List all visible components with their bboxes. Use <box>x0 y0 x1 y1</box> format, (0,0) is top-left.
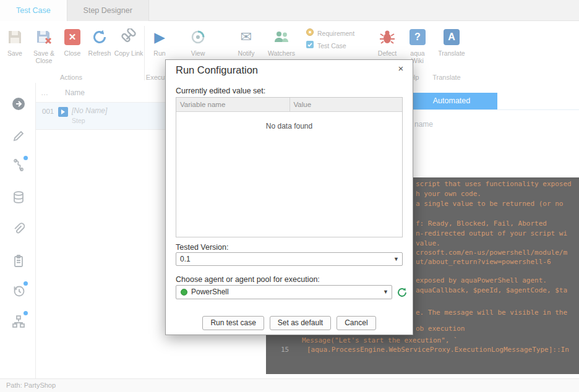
tested-version-value: 0.1 <box>180 253 191 265</box>
agent-select[interactable]: PowerShell ▼ <box>176 285 392 299</box>
tested-version-select[interactable]: 0.1 ▼ <box>176 252 403 266</box>
app-window: Test Case Step Designer Save Save & Clos… <box>0 0 579 392</box>
value-set-table-header: Variable name Value <box>176 98 402 112</box>
column-variable-name[interactable]: Variable name <box>176 98 290 111</box>
dialog-close-icon[interactable]: × <box>395 63 406 74</box>
value-set-table: Variable name Value No data found <box>176 97 403 237</box>
refresh-agents-button[interactable] <box>397 287 408 298</box>
no-data-message: No data found <box>176 112 402 130</box>
run-configuration-dialog: Run Configuration × Currently edited val… <box>165 59 413 335</box>
agent-status-dot <box>181 289 187 296</box>
dialog-title: Run Configuration <box>176 64 258 76</box>
dialog-buttons: Run test case Set as default Cancel <box>166 316 413 330</box>
chevron-down-icon: ▼ <box>383 286 388 299</box>
tested-version-label: Tested Version: <box>176 243 228 252</box>
agent-label: Choose agent or agent pool for execution… <box>176 275 320 284</box>
column-value[interactable]: Value <box>290 98 403 111</box>
run-test-case-button[interactable]: Run test case <box>202 316 264 330</box>
cancel-button[interactable]: Cancel <box>337 316 375 330</box>
chevron-down-icon: ▼ <box>393 253 399 265</box>
agent-value: PowerShell <box>191 286 229 299</box>
set-as-default-button[interactable]: Set as default <box>270 316 331 330</box>
value-set-label: Currently edited value set: <box>176 87 265 95</box>
refresh-agents-icon <box>397 287 408 298</box>
